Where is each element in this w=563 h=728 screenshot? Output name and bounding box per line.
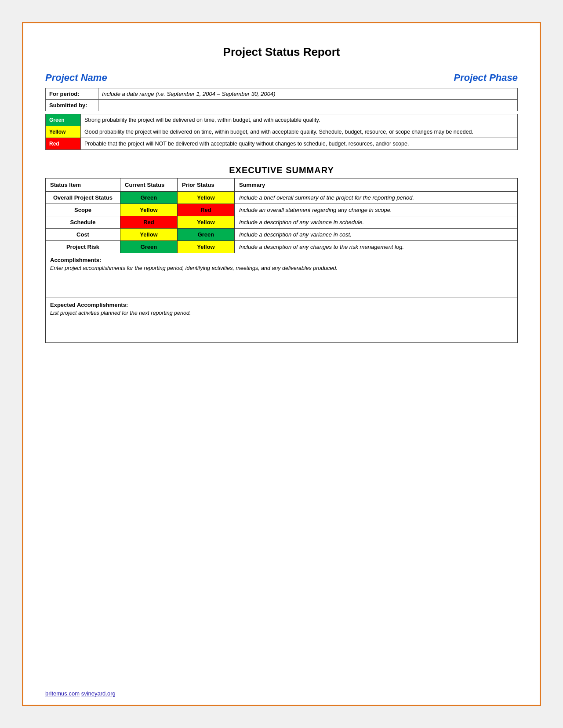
exec-current-status: Red <box>120 216 178 229</box>
for-period-value: Include a date range (i.e. September 1, … <box>98 88 518 100</box>
legend-table: Green Strong probability the project wil… <box>45 114 518 150</box>
exec-header-row: Status ItemCurrent StatusPrior StatusSum… <box>46 178 518 192</box>
exec-current-status: Yellow <box>120 204 178 216</box>
exec-table: Status ItemCurrent StatusPrior StatusSum… <box>45 178 518 253</box>
exec-item: Scope <box>46 204 120 216</box>
submitted-by-value <box>98 100 518 111</box>
legend-status: Green <box>46 114 81 126</box>
expected-title: Expected Accomplishments: <box>50 302 513 308</box>
exec-prior-status: Green <box>178 229 235 241</box>
exec-prior-status: Yellow <box>178 192 235 204</box>
exec-prior-status: Red <box>178 204 235 216</box>
footer-link1[interactable]: britemus.com <box>45 690 80 697</box>
exec-item: Overall Project Status <box>46 192 120 204</box>
expected-text: List project activities planned for the … <box>50 310 513 316</box>
exec-table-row: Project Risk Green Yellow Include a desc… <box>46 241 518 253</box>
footer: britemus.com svineyard.org <box>45 690 116 697</box>
footer-link2[interactable]: svineyard.org <box>81 690 116 697</box>
submitted-by-label: Submitted by: <box>46 100 98 111</box>
submitted-by-row: Submitted by: <box>46 100 518 111</box>
exec-table-header: Status Item <box>46 178 120 192</box>
exec-item: Cost <box>46 229 120 241</box>
legend-description: Probable that the project will NOT be de… <box>81 138 518 150</box>
exec-table-row: Overall Project Status Green Yellow Incl… <box>46 192 518 204</box>
legend-status: Red <box>46 138 81 150</box>
accomplishments-section: Accomplishments: Enter project accomplis… <box>45 253 518 298</box>
for-period-row: For period: Include a date range (i.e. S… <box>46 88 518 100</box>
expected-section: Expected Accomplishments: List project a… <box>45 298 518 343</box>
exec-summary: Include a brief overall summary of the p… <box>235 192 518 204</box>
exec-table-header: Prior Status <box>178 178 235 192</box>
project-name-label: Project Name <box>45 72 107 84</box>
legend-description: Strong probability the project will be d… <box>81 114 518 126</box>
accomplishments-text: Enter project accomplishments for the re… <box>50 265 513 271</box>
exec-item: Schedule <box>46 216 120 229</box>
legend-row: Green Strong probability the project wil… <box>46 114 518 126</box>
page-container: Project Status Report Project Name Proje… <box>22 22 541 706</box>
exec-prior-status: Yellow <box>178 241 235 253</box>
exec-current-status: Green <box>120 192 178 204</box>
for-period-label: For period: <box>46 88 98 100</box>
legend-status: Yellow <box>46 126 81 138</box>
main-title: Project Status Report <box>45 45 518 59</box>
exec-table-row: Cost Yellow Green Include a description … <box>46 229 518 241</box>
exec-summary-title: EXECUTIVE SUMMARY <box>45 165 518 175</box>
exec-prior-status: Yellow <box>178 216 235 229</box>
exec-table-header: Summary <box>235 178 518 192</box>
exec-table-header: Current Status <box>120 178 178 192</box>
exec-table-row: Scope Yellow Red Include an overall stat… <box>46 204 518 216</box>
info-table: For period: Include a date range (i.e. S… <box>45 88 518 111</box>
accomplishments-title: Accomplishments: <box>50 257 513 263</box>
exec-summary: Include a description of any variance in… <box>235 216 518 229</box>
legend-row: Yellow Good probability the project will… <box>46 126 518 138</box>
exec-table-row: Schedule Red Yellow Include a descriptio… <box>46 216 518 229</box>
project-header: Project Name Project Phase <box>45 72 518 84</box>
exec-summary: Include a description of any changes to … <box>235 241 518 253</box>
exec-summary: Include a description of any variance in… <box>235 229 518 241</box>
legend-row: Red Probable that the project will NOT b… <box>46 138 518 150</box>
exec-summary: Include an overall statement regarding a… <box>235 204 518 216</box>
project-phase-label: Project Phase <box>454 72 518 84</box>
exec-current-status: Yellow <box>120 229 178 241</box>
exec-current-status: Green <box>120 241 178 253</box>
exec-item: Project Risk <box>46 241 120 253</box>
legend-description: Good probability the project will be del… <box>81 126 518 138</box>
